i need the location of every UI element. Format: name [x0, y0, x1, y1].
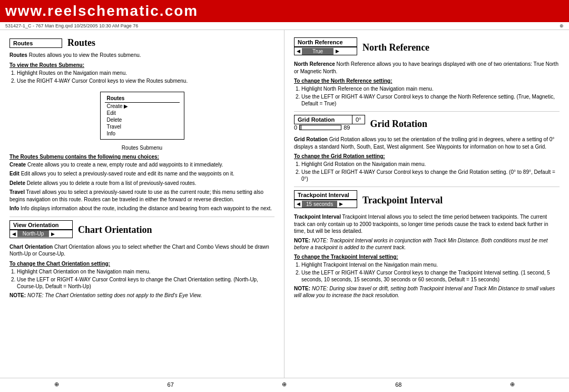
divider-1: [9, 217, 274, 217]
trackpoint-widget-area: Trackpoint Interval ◀ 15 seconds ▶: [294, 190, 357, 210]
trackpoint-description: Trackpoint Interval Trackpoint Interval …: [294, 213, 560, 235]
trackpoint-right-arrow[interactable]: ▶: [337, 200, 345, 208]
trackpoint-box-label: Trackpoint Interval: [294, 190, 357, 200]
view-submenu-heading: To view the Routes Submenu:: [9, 62, 274, 68]
trackpoint-step-1: Highlight Trackpoint Interval on the Nav…: [301, 261, 560, 268]
grid-slider[interactable]: [299, 125, 341, 130]
grid-widget-area: Grid Rotation 0° 0 89: [294, 115, 365, 133]
north-ref-header: North Reference ◀ True ▶ North Reference: [294, 37, 560, 57]
trackpoint-note1: NOTE: NOTE: Trackpoint Interval works in…: [294, 237, 560, 251]
meta-text: 531427-1_C - 767 Man Eng.qxd 10/25/2005 …: [5, 23, 138, 28]
grid-rotation-title: Grid Rotation: [370, 119, 428, 130]
trackpoint-left-arrow[interactable]: ◀: [295, 200, 302, 208]
travel-text: Travel Travel allows you to select a pre…: [9, 189, 274, 203]
north-step-1: Highlight North Reference on the Navigat…: [301, 85, 560, 92]
north-step-2: Use the LEFT or RIGHT 4-WAY Cursor Contr…: [301, 93, 560, 107]
routes-desc-text: Routes allows you to view the Routes sub…: [29, 52, 141, 58]
view-step-1: Highlight Routes on the Navigation main …: [17, 70, 274, 76]
footer: ⊕ 67 ⊕ 68 ⊕: [0, 378, 569, 390]
create-text: Create Create allows you to create a new…: [9, 161, 274, 169]
crosshair-center: ⊕: [282, 381, 287, 388]
trackpoint-step-2: Use the LEFT or RIGHT 4-WAY Cursor Contr…: [301, 269, 560, 283]
routes-section: Routes Routes Routes Routes allows you t…: [9, 37, 274, 212]
trackpoint-widget[interactable]: ◀ 15 seconds ▶: [294, 200, 357, 208]
grid-top-widget: Grid Rotation 0°: [294, 115, 365, 124]
delete-desc: Delete allows you to delete a route from…: [27, 180, 197, 186]
trackpoint-change-heading: To change the Trackpoint Interval settin…: [294, 254, 560, 260]
divider-3: [294, 187, 560, 187]
trackpoint-steps: Highlight Trackpoint Interval on the Nav…: [301, 261, 560, 283]
divider-2: [294, 111, 560, 112]
right-content: North Reference ◀ True ▶ North Reference…: [294, 37, 560, 299]
submenu-travel: Travel: [105, 123, 180, 130]
grid-steps: Highlight Grid Rotation on the Navigatio…: [301, 161, 560, 182]
view-submenu-steps: Highlight Routes on the Navigation main …: [17, 70, 274, 84]
grid-slider-row: 0 89: [294, 124, 365, 131]
north-right-arrow[interactable]: ▶: [333, 47, 341, 55]
north-box-label: North Reference: [294, 37, 357, 47]
north-steps: Highlight North Reference on the Navigat…: [301, 85, 560, 107]
north-left-arrow[interactable]: ◀: [295, 47, 302, 55]
north-change-heading: To change the North Reference setting:: [294, 78, 560, 84]
chart-change-heading: To change the Chart Orientation setting:: [9, 261, 274, 267]
north-widget[interactable]: ◀ True ▶: [294, 47, 357, 55]
chart-step-2: Use the LEFT or RIGHT 4-WAY Cursor Contr…: [17, 276, 274, 290]
trackpoint-title: Trackpoint Interval: [362, 195, 443, 206]
north-reference-section: North Reference ◀ True ▶ North Reference…: [294, 37, 560, 107]
grid-desc-text: Grid Rotation allows you to set the orie…: [294, 136, 554, 150]
trackpoint-section: Trackpoint Interval ◀ 15 seconds ▶ Track…: [294, 190, 560, 299]
grid-step-2: Use the LEFT or RIGHT 4-WAY Cursor Contr…: [301, 169, 560, 182]
submenu-edit: Edit: [105, 110, 180, 116]
trackpoint-header: Trackpoint Interval ◀ 15 seconds ▶ Track…: [294, 190, 560, 210]
grid-step-1: Highlight Grid Rotation on the Navigatio…: [301, 161, 560, 168]
submenu-delete: Delete: [105, 116, 180, 123]
chart-note-text: NOTE: The Chart Orientation setting does…: [27, 292, 202, 298]
info-text: Info Info displays information about the…: [9, 205, 274, 212]
submenu-title: Routes: [105, 94, 180, 103]
chart-steps: Highlight Chart Orientation on the Navig…: [17, 268, 274, 290]
routes-header: Routes Routes: [9, 37, 274, 48]
north-description: North Reference North Reference allows y…: [294, 61, 560, 75]
routes-bold: Routes: [9, 52, 27, 58]
chart-orientation-header: View Orientation ◀ North-Up ▶ Chart Orie…: [9, 220, 274, 240]
left-page-number: 67: [168, 381, 174, 388]
left-page: Routes Routes Routes Routes allows you t…: [0, 30, 284, 378]
chart-right-arrow[interactable]: ▶: [49, 230, 56, 238]
grid-change-heading: To change the Grid Rotation setting:: [294, 153, 560, 159]
crosshair-left: ⊕: [54, 381, 59, 388]
chart-description: Chart Orientation Chart Orientation allo…: [9, 243, 274, 258]
chart-widget[interactable]: ◀ North-Up ▶: [9, 230, 73, 238]
routes-submenu-box: Routes Create Edit Delete Travel Info: [100, 92, 184, 140]
grid-box-label: Grid Rotation: [295, 115, 352, 124]
grid-min: 0: [294, 124, 297, 131]
submenu-caption: Routes Submenu: [122, 145, 162, 151]
chart-step-1: Highlight Chart Orientation on the Navig…: [17, 268, 274, 275]
north-widget-value: True: [302, 48, 333, 55]
chart-note: NOTE: NOTE: The Chart Orientation settin…: [9, 292, 274, 299]
chart-left-arrow[interactable]: ◀: [10, 230, 17, 238]
chart-title: Chart Orientation: [78, 224, 152, 236]
create-desc: Create allows you to create a new, empty…: [27, 162, 223, 168]
trackpoint-note2-text: NOTE: During slow travel or drift, setti…: [294, 286, 555, 298]
view-step-2: Use the RIGHT 4-WAY Cursor Control keys …: [17, 77, 274, 84]
page-crosshair-top: ⊕: [560, 23, 564, 28]
logo-text: www.reelschematic.com: [5, 3, 198, 19]
trackpoint-note1-text: NOTE: Trackpoint Interval works in conju…: [294, 238, 547, 250]
left-content: Routes Routes Routes Routes allows you t…: [9, 37, 274, 299]
trackpoint-widget-value: 15 seconds: [302, 201, 337, 208]
site-header: www.reelschematic.com: [0, 0, 569, 22]
submenu-info: Info: [105, 130, 180, 137]
travel-desc: Travel allows you to select a previously…: [9, 189, 263, 202]
contains-heading: The Routes Submenu contains the followin…: [9, 154, 274, 160]
submenu-create: Create: [105, 103, 180, 110]
routes-description: Routes Routes allows you to view the Rou…: [9, 52, 274, 59]
chart-orientation-section: View Orientation ◀ North-Up ▶ Chart Orie…: [9, 220, 274, 299]
right-page: North Reference ◀ True ▶ North Reference…: [284, 30, 569, 378]
routes-box-label: Routes: [9, 38, 62, 48]
crosshair-right: ⊕: [510, 381, 515, 388]
trackpoint-note2: NOTE: NOTE: During slow travel or drift,…: [294, 285, 560, 299]
meta-bar: 531427-1_C - 767 Man Eng.qxd 10/25/2005 …: [0, 22, 569, 30]
grid-max: 89: [344, 124, 350, 131]
routes-title: Routes: [67, 37, 95, 48]
submenu-area: Routes Create Edit Delete Travel Info Ro…: [9, 87, 274, 151]
